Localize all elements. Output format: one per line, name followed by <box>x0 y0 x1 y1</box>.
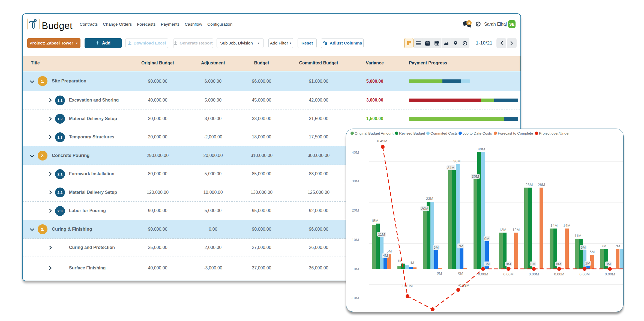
svg-text:7M: 7M <box>458 244 463 248</box>
svg-text:4M: 4M <box>383 254 388 258</box>
svg-text:20M: 20M <box>421 207 428 211</box>
svg-text:0M: 0M <box>606 262 611 266</box>
svg-text:28M: 28M <box>538 183 545 187</box>
svg-text:1M: 1M <box>585 261 591 265</box>
svg-text:6M: 6M <box>581 245 586 249</box>
svg-text:9M: 9M <box>484 237 490 241</box>
svg-text:Project over/Under: Project over/Under <box>539 131 570 135</box>
svg-text:6M: 6M <box>434 245 439 249</box>
svg-text:0M: 0M <box>485 262 490 266</box>
svg-text:0M: 0M <box>506 262 511 266</box>
svg-text:0M: 0M <box>354 267 359 271</box>
svg-text:7M: 7M <box>601 244 607 248</box>
svg-text:40M: 40M <box>352 150 359 154</box>
svg-text:0M: 0M <box>458 271 463 275</box>
svg-text:0.00M: 0.00M <box>503 272 514 276</box>
svg-text:0.00M: 0.00M <box>579 272 590 276</box>
svg-text:0.45M: 0.45M <box>377 139 387 143</box>
svg-text:20M: 20M <box>352 208 359 212</box>
svg-text:0M: 0M <box>556 262 561 266</box>
svg-text:36M: 36M <box>453 159 460 163</box>
svg-text:14M: 14M <box>550 224 558 228</box>
svg-text:1M: 1M <box>409 261 414 265</box>
svg-text:11M: 11M <box>574 234 581 238</box>
svg-text:34M: 34M <box>447 166 454 170</box>
svg-text:-10M: -10M <box>351 296 359 300</box>
svg-text:0M: 0M <box>531 262 536 266</box>
svg-text:Revised Budget: Revised Budget <box>399 131 425 135</box>
svg-text:Job to Date Costs: Job to Date Costs <box>463 131 492 135</box>
svg-text:Original Budget Amount: Original Budget Amount <box>355 131 394 135</box>
svg-text:40M: 40M <box>478 147 485 151</box>
svg-text:12M: 12M <box>513 228 520 232</box>
svg-text:14M: 14M <box>563 224 570 228</box>
svg-text:0.00M: 0.00M <box>478 272 488 276</box>
svg-text:0.00M: 0.00M <box>554 272 564 276</box>
svg-text:10M: 10M <box>352 238 359 242</box>
svg-text:0.00M: 0.00M <box>605 272 615 276</box>
svg-text:12M: 12M <box>499 228 506 232</box>
svg-text:Commited Costs: Commited Costs <box>430 131 458 135</box>
svg-text:30M: 30M <box>352 179 359 183</box>
svg-text:0M: 0M <box>437 271 442 275</box>
svg-text:-0.10M: -0.10M <box>401 284 413 288</box>
svg-text:30M: 30M <box>472 174 479 179</box>
svg-text:Forecast to Complete: Forecast to Complete <box>498 131 533 135</box>
svg-text:7M: 7M <box>615 244 620 248</box>
svg-text:15M: 15M <box>371 219 378 223</box>
svg-text:5M: 5M <box>387 249 392 253</box>
svg-text:5M: 5M <box>590 250 595 254</box>
svg-text:23M: 23M <box>426 197 433 201</box>
svg-text:28M: 28M <box>526 183 533 187</box>
svg-text:11M: 11M <box>378 232 385 236</box>
svg-text:0.00M: 0.00M <box>529 272 539 276</box>
